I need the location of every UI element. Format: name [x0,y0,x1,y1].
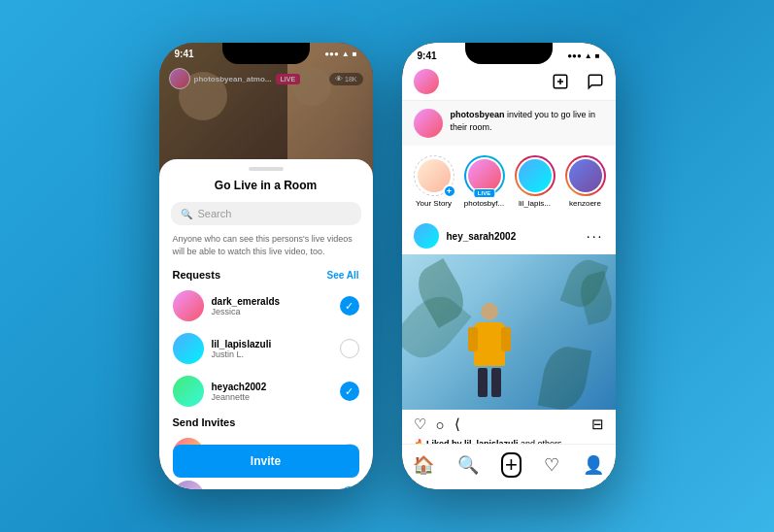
modal-title: Go Live in a Room [159,171,373,202]
post-more-button[interactable]: ··· [587,229,604,243]
post-actions: ♡ ○ ⟨ ⊟ [402,410,616,439]
story-photosbyf-wrap: LIVE [464,155,505,196]
requests-section-header: Requests See All [159,265,373,284]
story-lil-lapis-ring [515,155,555,196]
search-input[interactable]: Search [198,208,232,219]
share-button[interactable]: ⟨ [454,416,460,433]
notch-2 [465,43,553,64]
post-header: hey_sarah2002 ··· [402,217,616,254]
notif-username: photosbyean [451,110,505,119]
figure-arm-left [468,327,478,351]
request-check-3[interactable]: ✓ [340,382,359,401]
status-icons-1: ●●● ▲ ■ [324,50,356,58]
status-icons-2: ●●● ▲ ■ [567,51,599,60]
request-info-3: heyach2002 Jeannette [212,382,332,402]
request-handle-3: heyach2002 [212,382,332,392]
story-photosbyf-ring: LIVE [464,155,505,196]
nav-profile[interactable]: 👤 [583,454,604,476]
request-info-2: lil_lapislazuli Justin L. [212,339,332,359]
request-name-3: Jeannette [212,392,332,402]
invites-section-header: Send Invites [159,413,373,432]
phone-2: 9:41 ●●● ▲ ■ [402,43,616,489]
invite-button[interactable]: Invite [173,445,359,478]
phone-1: 9:41 ●●● ▲ ■ photosbyean_atmo... LIVE [159,43,373,489]
story-kenzoere-wrap [565,155,606,196]
story-photosbyf-label: photosbyf... [464,199,504,208]
invite-check-2[interactable]: ✓ [340,486,359,489]
request-item-2[interactable]: lil_lapislazuli Justin L. [159,327,373,370]
post-figure [460,303,519,410]
notification-text: photosbyean invited you to go live in th… [451,109,604,133]
post-image [402,254,616,410]
story-kenzoere-ring [565,155,606,196]
story-photosbyf-avatar [468,159,501,192]
request-item-1[interactable]: dark_emeralds Jessica ✓ [159,284,373,327]
figure-jacket [474,322,505,366]
notification-banner: photosbyean invited you to go live in th… [402,101,616,146]
request-name-1: Jessica [212,307,332,316]
story-photosbyf[interactable]: LIVE photosbyf... [464,155,505,208]
story-kenzoere[interactable]: kenzoere [565,155,606,208]
notch-1 [222,43,310,64]
request-avatar-2 [173,333,204,364]
notif-avatar [414,109,443,138]
header-avatar [414,69,439,94]
invite-avatar-2 [173,481,204,489]
modal-sheet: Go Live in a Room 🔍 Search Anyone who ca… [159,159,373,489]
request-check-2[interactable] [340,339,359,358]
post-username: hey_sarah2002 [447,231,579,242]
story-lil-lapis-wrap [515,155,555,196]
like-button[interactable]: ♡ [414,416,426,433]
modal-description: Anyone who can see this persons's live v… [159,233,373,265]
status-time-1: 9:41 [175,49,194,59]
bookmark-button[interactable]: ⊟ [591,416,604,433]
request-avatar-1 [173,290,204,321]
status-time-2: 9:41 [418,50,437,61]
request-name-2: Justin L. [212,349,332,359]
post-avatar [414,223,439,249]
request-info-1: dark_emeralds Jessica [212,296,332,316]
your-story-wrap: + [414,155,454,196]
request-handle-2: lil_lapislazuli [212,339,332,349]
messenger-icon[interactable] [587,73,604,90]
figure-leg-left [478,368,488,397]
nav-search[interactable]: 🔍 [457,454,479,476]
leaf-5 [537,344,591,410]
story-lil-lapis-avatar [519,159,552,192]
figure-legs [460,368,519,397]
story-your[interactable]: + Your Story [414,155,454,208]
instagram-header [402,63,616,101]
request-avatar-3 [173,376,204,407]
story-kenzoere-avatar [569,159,602,192]
request-check-1[interactable]: ✓ [340,296,359,316]
bottom-nav: 🏠 🔍 + ♡ 👤 [402,444,616,489]
story-lil-lapis-label: lil_lapis... [519,199,551,208]
story-kenzoere-label: kenzoere [569,199,601,208]
see-all-link[interactable]: See All [327,270,359,281]
search-icon: 🔍 [181,209,192,219]
nav-home[interactable]: 🏠 [413,454,434,476]
nav-add[interactable]: + [501,452,522,478]
figure-arm-right [501,327,511,351]
request-item-3[interactable]: heyach2002 Jeannette ✓ [159,370,373,413]
figure-leg-right [491,368,501,397]
request-handle-1: dark_emeralds [212,296,332,307]
figure-head [481,303,498,320]
new-post-icon[interactable] [552,73,569,90]
nav-activity[interactable]: ♡ [544,454,559,476]
story-lil-lapis[interactable]: lil_lapis... [515,155,555,208]
search-bar[interactable]: 🔍 Search [171,202,361,225]
phone-2-screen: 9:41 ●●● ▲ ■ [402,43,616,489]
phone-1-screen: 9:41 ●●● ▲ ■ photosbyean_atmo... LIVE [159,43,373,489]
invites-label: Send Invites [173,416,236,428]
add-story-button[interactable]: + [443,184,456,198]
stories-row[interactable]: + Your Story LIVE photosbyf... [402,146,616,217]
requests-label: Requests [173,269,221,281]
comment-button[interactable]: ○ [436,416,445,433]
your-story-label: Your Story [416,199,452,208]
story-live-badge: LIVE [473,188,495,198]
